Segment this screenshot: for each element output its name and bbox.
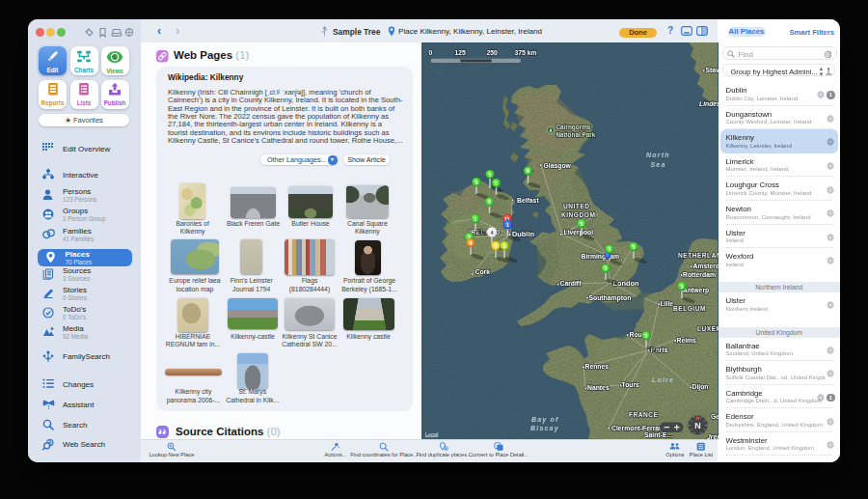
svg-text:Lindesn: Lindesn — [699, 100, 719, 107]
svg-text:1: 1 — [608, 246, 610, 252]
svg-text:6: 6 — [527, 168, 529, 174]
svg-text:0: 0 — [429, 49, 433, 56]
svg-text:Rotterdam: Rotterdam — [683, 271, 716, 278]
svg-text:Biscay: Biscay — [530, 425, 559, 432]
svg-text:Belfast: Belfast — [517, 197, 539, 204]
svg-text:Birmingham: Birmingham — [582, 253, 620, 261]
svg-text:LUXEMBOU: LUXEMBOU — [697, 325, 719, 332]
svg-text:1: 1 — [506, 222, 509, 228]
svg-text:Stav: Stav — [706, 67, 719, 73]
svg-text:3: 3 — [494, 243, 497, 249]
svg-text:Rennes: Rennes — [585, 363, 610, 370]
svg-text:Bay of: Bay of — [531, 416, 559, 424]
svg-text:5: 5 — [488, 199, 491, 205]
svg-text:375 km: 375 km — [515, 49, 537, 56]
svg-text:Lille: Lille — [661, 300, 674, 307]
svg-text:Cairngorms: Cairngorms — [556, 124, 591, 131]
svg-text:Ge: Ge — [711, 413, 719, 420]
svg-text:5: 5 — [632, 244, 635, 250]
svg-text:5: 5 — [680, 284, 683, 290]
svg-text:Dijon: Dijon — [692, 383, 709, 391]
svg-text:Amsterdam: Amsterdam — [693, 263, 719, 269]
svg-text:3: 3 — [502, 243, 505, 249]
svg-text:Liverpool: Liverpool — [564, 229, 594, 236]
svg-text:Sea: Sea — [651, 161, 666, 168]
svg-text:125: 125 — [455, 49, 467, 56]
svg-text:National Park: National Park — [556, 131, 596, 138]
svg-text:5: 5 — [580, 221, 583, 227]
svg-text:Dublin: Dublin — [512, 230, 534, 238]
svg-text:Nantes: Nantes — [587, 384, 610, 391]
svg-text:250: 250 — [487, 49, 499, 56]
svg-text:NETHERLANDS: NETHERLANDS — [678, 252, 719, 259]
svg-text:BELGIUM: BELGIUM — [673, 305, 706, 312]
svg-text:5: 5 — [475, 180, 477, 185]
svg-text:N: N — [694, 421, 701, 430]
svg-text:5: 5 — [604, 265, 607, 271]
svg-text:KINGDOM: KINGDOM — [561, 211, 595, 218]
svg-text:Cork: Cork — [475, 268, 491, 275]
svg-text:FRANCE: FRANCE — [629, 411, 659, 418]
svg-text:5: 5 — [488, 172, 491, 178]
svg-text:Southampton: Southampton — [589, 294, 632, 302]
svg-text:Legal: Legal — [425, 431, 438, 437]
svg-text:Loire: Loire — [652, 376, 674, 383]
svg-text:Cardiff: Cardiff — [560, 280, 583, 287]
svg-text:Reims: Reims — [677, 337, 697, 344]
svg-text:UNITED: UNITED — [563, 203, 590, 209]
svg-text:North: North — [646, 152, 670, 158]
svg-text:Glasgow: Glasgow — [544, 162, 572, 170]
svg-text:1: 1 — [474, 216, 476, 222]
svg-text:Antwerp: Antwerp — [683, 287, 709, 294]
svg-text:5: 5 — [644, 333, 647, 339]
svg-text:5: 5 — [495, 180, 498, 186]
svg-text:Tours: Tours — [622, 381, 640, 388]
